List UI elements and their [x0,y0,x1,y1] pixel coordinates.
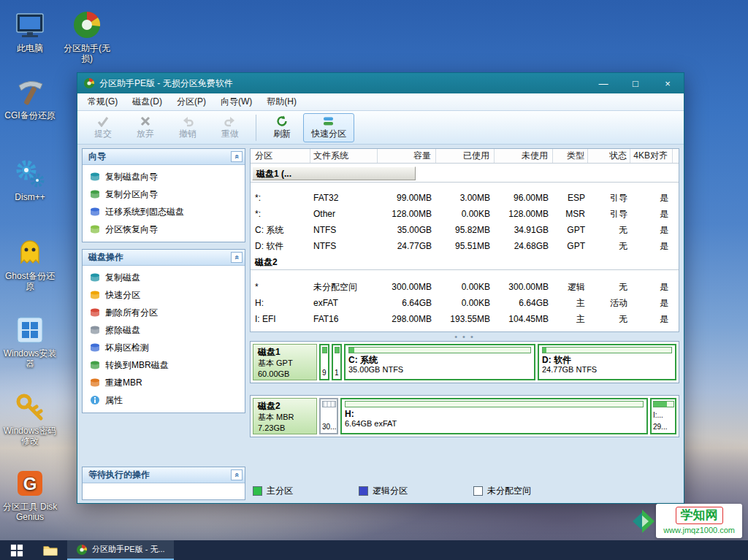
menu-item-wizard[interactable]: 向导(W) [213,93,259,110]
collapse-button[interactable]: « [231,151,243,162]
disk1-group-row[interactable]: 磁盘1 (... [251,165,679,183]
desktop-icon-ghost-backup[interactable]: Ghost备份还原 [1,237,58,291]
disk2-label-box[interactable]: 磁盘2 基本 MBR 7.23GB [253,398,317,434]
disk-operations-header[interactable]: 磁盘操作 « [83,250,245,266]
titlebar[interactable]: 分区助手PE版 - 无损分区免费软件 — □ × [77,73,684,93]
sidebar-item-copy-partition-wizard[interactable]: 复制分区向导 [83,185,245,203]
collapse-button[interactable]: « [231,469,243,480]
wizard-section: 向导 « 复制磁盘向导 复制分区向导 迁移系统到固态磁盘 分区恢复向导 [82,148,245,242]
desktop-icon-windows-installer[interactable]: Windows安装器 [1,314,58,369]
discard-button[interactable]: 放弃 [124,113,167,142]
menu-item-partition[interactable]: 分区(P) [169,93,213,110]
table-row[interactable]: *: FAT32 99.00MB 3.00MB 96.00MB ESP 引导 是 [251,190,679,206]
cell-status: 无 [588,222,630,238]
sidebar-item-bad-sector-scan[interactable]: 坏扇区检测 [83,339,245,356]
cell-capacity: 99.00MB [378,190,436,206]
refresh-button[interactable]: 刷新 [261,113,303,142]
partition-box-unallocated[interactable]: 30... [319,398,338,434]
cell-status: 无 [588,238,630,254]
table-row[interactable]: * 未分配空间 300.00MB 0.00KB 300.00MB 逻辑 无 是 [251,279,679,295]
cell-4k-aligned: 是 [630,311,673,327]
cell-status: 引导 [588,190,630,206]
cell-capacity: 128.00MB [378,206,436,222]
installer-icon [14,314,46,346]
col-partition[interactable]: 分区 [251,149,310,163]
disk-kind: 基本 GPT [258,358,312,369]
sidebar-item-delete-all-partitions[interactable]: 删除所有分区 [83,304,245,321]
close-button[interactable]: × [652,73,684,93]
disk-icon [90,172,100,182]
menu-item-disk[interactable]: 磁盘(D) [125,93,169,110]
desktop-icon-label: 分区助手(无损) [58,43,115,64]
sidebar-item-migrate-os-ssd[interactable]: 迁移系统到固态磁盘 [83,203,245,220]
sidebar-item-quick-partition[interactable]: 快速分区 [83,286,245,304]
sidebar-item-convert-to-mbr[interactable]: 转换到MBR磁盘 [83,356,245,374]
quick-partition-button[interactable]: 快速分区 [303,113,354,142]
col-type[interactable]: 类型 [553,149,588,163]
start-button[interactable] [0,540,34,560]
table-row[interactable]: *: Other 128.00MB 0.00KB 128.00MB MSR 引导… [251,206,679,222]
cell-used: 95.51MB [436,238,495,254]
desktop-icon-dism[interactable]: Dism++ [1,158,58,202]
item-label: 复制分区向导 [105,188,158,201]
partition-box-i[interactable]: I:... 29... [650,398,676,434]
col-filesystem[interactable]: 文件系统 [310,149,378,163]
partition-subtitle: 6.64GB exFAT [345,419,644,429]
col-free[interactable]: 未使用 [495,149,553,163]
minimize-button[interactable]: — [587,73,619,93]
table-row[interactable]: C: 系统 NTFS 35.00GB 95.82MB 34.91GB GPT 无… [251,222,679,238]
col-capacity[interactable]: 容量 [378,149,436,163]
partition-box-h[interactable]: H: 6.64GB exFAT [340,398,648,434]
cell-used: 0.00KB [436,206,495,222]
cell-status: 活动 [588,295,630,311]
cell-status: 引导 [588,206,630,222]
disk2-group-row[interactable]: 磁盘2 [251,254,679,270]
disk1-label-box[interactable]: 磁盘1 基本 GPT 60.00GB [253,344,317,380]
disk-icon [90,224,100,234]
commit-button[interactable]: 提交 [82,113,124,142]
legend-label: 逻辑分区 [373,485,408,497]
sidebar-item-wipe-disk[interactable]: 擦除磁盘 [83,321,245,339]
toolbar: 提交 放弃 撤销 重做 刷新 快速分区 [77,111,684,145]
sidebar-item-rebuild-mbr[interactable]: 重建MBR [83,374,245,391]
diskgenius-icon: G [14,467,46,499]
collapse-button[interactable]: « [231,252,243,263]
partition-box-esp[interactable]: 9 [319,344,329,380]
taskbar-app-button[interactable]: 分区助手PE版 - 无... [67,540,174,560]
desktop-icon-this-pc[interactable]: 此电脑 [1,9,58,53]
partition-box-d[interactable]: D: 软件 24.77GB NTFS [538,344,676,380]
chevron-up-icon: « [233,255,241,259]
partition-box-msr[interactable]: 1 [332,344,342,380]
desktop-icon-diskgenius[interactable]: G 分区工具 DiskGenius [1,467,58,522]
unallocated-swatch [473,486,483,496]
panel-splitter[interactable]: • • • [250,332,679,341]
desktop-icon-password-reset[interactable]: Windows密码修改 [1,391,58,446]
redo-button[interactable]: 重做 [209,113,251,142]
sidebar-item-copy-disk[interactable]: 复制磁盘 [83,269,245,286]
menu-item-help[interactable]: 帮助(H) [259,93,304,110]
menu-item-general[interactable]: 常规(G) [80,93,125,110]
table-row[interactable]: D: 软件 NTFS 24.77GB 95.51MB 24.68GB GPT 无… [251,238,679,254]
wizard-section-header[interactable]: 向导 « [83,149,245,165]
col-used[interactable]: 已使用 [436,149,495,163]
item-label: 快速分区 [105,289,140,302]
sidebar-item-copy-disk-wizard[interactable]: 复制磁盘向导 [83,168,245,185]
chevron-up-icon: « [233,472,241,477]
commit-label: 提交 [94,128,112,140]
hammer-tool-icon [14,76,46,108]
col-4k-aligned[interactable]: 4KB对齐 [630,149,673,163]
desktop-icon-partition-assistant[interactable]: 分区助手(无损) [58,9,115,64]
pending-operations-header[interactable]: 等待执行的操作 « [83,467,245,483]
col-status[interactable]: 状态 [588,149,630,163]
item-label: 复制磁盘 [105,272,140,284]
partition-box-c[interactable]: C: 系统 35.00GB NTFS [344,344,535,380]
sidebar-item-properties[interactable]: 属性 [83,391,245,409]
sidebar-item-partition-recovery-wizard[interactable]: 分区恢复向导 [83,220,245,238]
table-row[interactable]: H: exFAT 6.64GB 0.00KB 6.64GB 主 活动 是 [251,295,679,311]
chevron-up-icon: « [233,154,241,158]
table-row[interactable]: I: EFI FAT16 298.00MB 193.55MB 104.45MB … [251,311,679,327]
desktop-icon-cgi-backup[interactable]: CGI备份还原 [1,76,58,120]
undo-button[interactable]: 撤销 [167,113,209,142]
maximize-button[interactable]: □ [619,73,652,93]
file-explorer-button[interactable] [34,540,67,560]
